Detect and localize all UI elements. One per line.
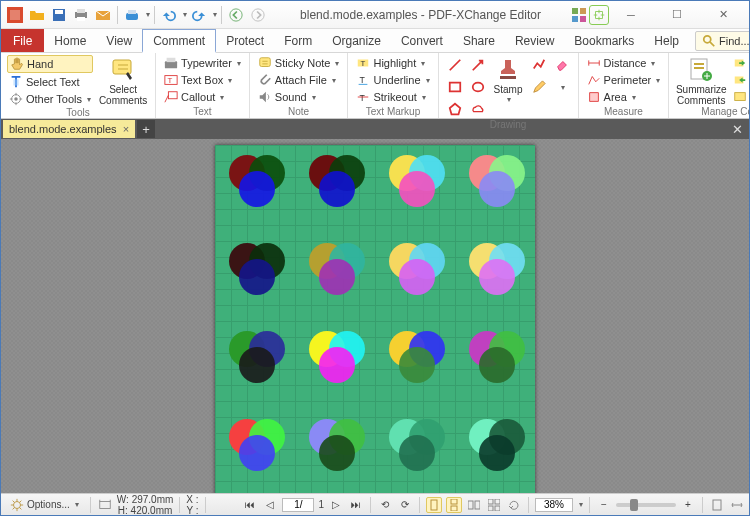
redo-icon[interactable] [189,5,209,25]
menu-review[interactable]: Review [505,29,564,52]
svg-rect-102 [495,506,500,511]
hand-tool[interactable]: Hand [7,55,93,73]
zoom-dropdown[interactable]: ▾ [579,500,583,509]
line-tool[interactable] [445,55,465,75]
close-button[interactable]: ✕ [701,5,745,25]
status-bar: Options...▾ W: 297.0mm H: 420.0mm X :Y :… [1,493,749,515]
strikeout-tool[interactable]: TStrikeout▾ [354,89,431,105]
blend-cell [463,325,535,397]
document-viewport[interactable] [1,139,749,493]
export-comments[interactable]: Export [731,72,750,88]
stamp-tool[interactable]: Stamp▾ [492,55,525,104]
attach-file-tool[interactable]: Attach File▾ [256,72,342,88]
fit-page-icon[interactable] [709,497,725,513]
show-comments[interactable]: Show▾ [731,89,750,105]
blend-cell [383,413,455,485]
menu-convert[interactable]: Convert [391,29,453,52]
redo-dropdown[interactable]: ▾ [213,10,217,19]
fit-width-icon[interactable] [729,497,745,513]
typewriter-tool[interactable]: Typewriter▾ [162,55,243,71]
area-tool[interactable]: Area▾ [585,89,663,105]
open-icon[interactable] [27,5,47,25]
group-drawing: Stamp▾ ▾ Drawing [439,53,579,118]
select-comments-tool[interactable]: Select Comments [97,55,149,106]
perimeter-tool[interactable]: Perimeter▾ [585,72,663,88]
group-tools: Hand Select Text Other Tools▾ Select Com… [1,53,156,118]
scan-icon[interactable] [122,5,142,25]
maximize-button[interactable]: ☐ [655,5,699,25]
menu-bookmarks[interactable]: Bookmarks [564,29,644,52]
layout-facing-icon[interactable] [466,497,482,513]
menu-share[interactable]: Share [453,29,505,52]
group-measure: Distance▾ Perimeter▾ Area▾ Measure [579,53,670,118]
nav-back-icon[interactable] [226,5,246,25]
underline-tool[interactable]: TUnderline▾ [354,72,431,88]
first-page-icon[interactable]: ⏮ [242,497,258,513]
layout-cont-icon[interactable] [446,497,462,513]
dims-icon[interactable] [97,497,113,513]
zoom-out-icon[interactable]: − [596,497,612,513]
select-text-tool[interactable]: Select Text [7,74,93,90]
tab-close-icon[interactable]: × [123,123,129,135]
nav-back2-icon[interactable]: ⟲ [377,497,393,513]
blend-cell [223,237,295,309]
pencil-dd[interactable]: ▾ [552,77,572,97]
import-comments[interactable]: Import [731,55,750,71]
undo-icon[interactable] [159,5,179,25]
polyline-tool[interactable] [529,55,549,75]
arrow-tool[interactable] [468,55,488,75]
textbox-tool[interactable]: TText Box▾ [162,72,243,88]
layout-facing-cont-icon[interactable] [486,497,502,513]
polygon-tool[interactable] [445,99,465,119]
oval-tool[interactable] [468,77,488,97]
layout-single-icon[interactable] [426,497,442,513]
options-button[interactable]: Options...▾ [5,496,84,514]
zoom-slider[interactable] [616,503,676,507]
next-page-icon[interactable]: ▷ [328,497,344,513]
scan-dropdown[interactable]: ▾ [146,10,150,19]
highlight-tool[interactable]: THighlight▾ [354,55,431,71]
zoom-input[interactable] [535,498,573,512]
menu-help[interactable]: Help [644,29,689,52]
add-tab-button[interactable]: + [137,120,155,138]
launch-icon[interactable] [589,5,609,25]
save-icon[interactable] [49,5,69,25]
nav-fwd2-icon[interactable]: ⟳ [397,497,413,513]
zoom-in-icon[interactable]: + [680,497,696,513]
minimize-button[interactable]: ─ [609,5,653,25]
ui-opts-icon[interactable] [569,5,589,25]
menu-view[interactable]: View [96,29,142,52]
pencil-tool[interactable] [529,77,549,97]
rotate-view-icon[interactable] [506,497,522,513]
menu-protect[interactable]: Protect [216,29,274,52]
menu-file[interactable]: File [1,29,44,52]
distance-tool[interactable]: Distance▾ [585,55,663,71]
menu-home[interactable]: Home [44,29,96,52]
document-tab[interactable]: blend.mode.examples × [3,120,135,138]
last-page-icon[interactable]: ⏭ [348,497,364,513]
print-icon[interactable] [71,5,91,25]
callout-tool[interactable]: Callout▾ [162,89,243,105]
nav-fwd-icon[interactable] [248,5,268,25]
sticky-note-tool[interactable]: Sticky Note▾ [256,55,342,71]
menu-form[interactable]: Form [274,29,322,52]
blend-cell [303,413,375,485]
menu-organize[interactable]: Organize [322,29,391,52]
page-input[interactable] [282,498,314,512]
svg-point-9 [230,8,242,20]
svg-point-46 [239,171,275,207]
summarize-comments[interactable]: Summarize Comments [675,55,727,106]
svg-point-61 [319,259,355,295]
eraser-tool[interactable] [552,55,572,75]
prev-page-icon[interactable]: ◁ [262,497,278,513]
sound-tool[interactable]: Sound▾ [256,89,342,105]
find-button[interactable]: Find... [695,31,750,51]
rect-tool[interactable] [445,77,465,97]
cloud-tool[interactable] [468,99,488,119]
menu-comment[interactable]: Comment [142,29,216,53]
other-tools[interactable]: Other Tools▾ [7,91,93,107]
svg-point-55 [479,171,515,207]
email-icon[interactable] [93,5,113,25]
tabstrip-close-icon[interactable]: ✕ [727,120,747,138]
undo-dropdown[interactable]: ▾ [183,10,187,19]
